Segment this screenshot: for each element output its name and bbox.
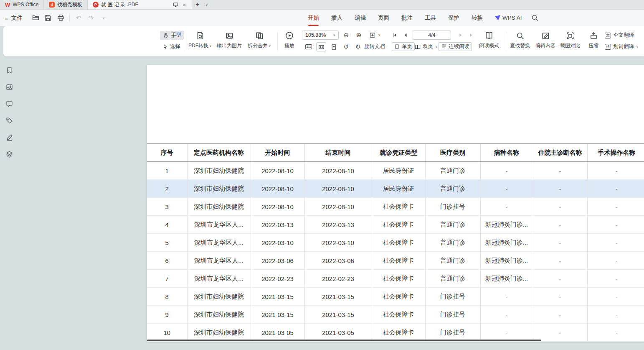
column-header: 定点医药机构名称	[187, 144, 251, 162]
screenshot-compare-icon	[566, 30, 574, 41]
table-cell: -	[533, 198, 587, 216]
redo-icon[interactable]: ↷	[87, 14, 95, 22]
next-page-icon[interactable]	[456, 31, 465, 40]
read-mode-button[interactable]: 阅读模式	[476, 29, 502, 53]
hand-tool-button[interactable]: 手型	[160, 31, 184, 40]
select-tool-button[interactable]: 选择	[162, 42, 180, 51]
pdf-file-icon: P	[93, 2, 99, 8]
table-cell: 4	[147, 216, 187, 234]
table-cell: 深圳市妇幼保健院	[187, 198, 251, 216]
open-in-window-icon[interactable]	[172, 1, 179, 8]
table-cell: -	[533, 180, 587, 198]
table-cell: 5	[147, 234, 187, 252]
tab-list-chevron-icon[interactable]: ∨	[203, 3, 210, 7]
screenshot-compare-button[interactable]: 截图对比	[558, 29, 583, 53]
compress-button[interactable]: 压缩	[584, 29, 603, 53]
single-page-button[interactable]: 单页	[392, 42, 415, 51]
menu-tab-page[interactable]: 页面	[378, 14, 389, 22]
table-cell: 新冠肺炎门诊...	[480, 270, 533, 288]
tab-label: 就 医 记 录 .PDF	[101, 1, 138, 8]
thumbnail-icon[interactable]	[5, 83, 13, 91]
export-as-image-button[interactable]: 输出为图片	[214, 29, 244, 53]
actual-size-button[interactable]: 1:1	[304, 42, 313, 51]
zoom-level-dropdown[interactable]: 105.88% ∨	[302, 31, 339, 40]
layers-icon[interactable]	[5, 150, 13, 158]
comment-icon[interactable]	[5, 100, 13, 108]
fit-page-button[interactable]	[329, 42, 338, 51]
table-cell: 门诊挂号	[425, 288, 480, 306]
page-number-input[interactable]: 4/4	[413, 31, 451, 40]
column-header: 开始时间	[251, 144, 304, 162]
undo-icon[interactable]: ↶	[75, 14, 82, 22]
menu-tab-home[interactable]: 开始	[308, 14, 319, 22]
table-cell: 2022-03-13	[251, 216, 304, 234]
table-cell: -	[533, 270, 587, 288]
double-page-label: 双页	[423, 43, 433, 50]
new-tab-button[interactable]: +	[192, 1, 203, 8]
bookmark-icon[interactable]	[5, 66, 13, 74]
table-row: 10深圳市妇幼保健院2021-03-052021-03-05社会保障卡门诊挂号-…	[147, 324, 644, 342]
pdf-convert-button[interactable]: PDF转换∨	[186, 29, 214, 53]
menu-bar: ≡ 文件 ↶ ↷ ∨ 开始 插入 编辑 页面 批注 工具 保护 转换 WPS A…	[0, 10, 644, 26]
menu-tab-tools[interactable]: 工具	[425, 14, 436, 22]
fit-window-dropdown[interactable]: ∨	[369, 31, 380, 39]
first-page-icon[interactable]	[390, 31, 399, 40]
signature-icon[interactable]	[5, 133, 13, 141]
menu-tab-wps-ai[interactable]: WPS AI	[495, 15, 522, 21]
horizontal-scrollbar[interactable]	[147, 340, 541, 341]
column-header: 手术操作名称	[587, 144, 644, 162]
chevron-down-icon: ∨	[636, 45, 639, 49]
fit-width-button[interactable]	[316, 42, 326, 51]
split-merge-button[interactable]: 拆分合并∨	[245, 29, 274, 53]
zoom-in-icon[interactable]: ⊕	[354, 31, 363, 40]
last-page-icon[interactable]	[467, 31, 476, 40]
continuous-read-button[interactable]: 连续阅读	[439, 42, 472, 51]
tab-label: 找稻壳模板	[57, 1, 82, 8]
export-image-label: 输出为图片	[217, 42, 242, 49]
menu-tab-comment[interactable]: 批注	[401, 14, 413, 22]
quickbar-chevron-icon[interactable]: ∨	[100, 14, 107, 22]
table-cell: 新冠肺炎门诊...	[480, 216, 533, 234]
menu-tab-insert[interactable]: 插入	[331, 14, 342, 22]
tab-document[interactable]: P 就 医 记 录 .PDF ×	[88, 0, 192, 9]
table-cell: 2022-03-06	[251, 252, 304, 270]
menu-tab-protect[interactable]: 保护	[448, 14, 459, 22]
wps-logo-icon: W	[5, 2, 10, 8]
table-cell: 社会保障卡	[372, 324, 425, 342]
rotate-document-button[interactable]: 旋转文档	[364, 42, 385, 51]
tab-wps-office[interactable]: W WPS Office	[0, 0, 44, 9]
tab-close-icon[interactable]: ×	[182, 2, 187, 8]
table-cell: 社会保障卡	[372, 306, 425, 324]
full-translation-button[interactable]: 文 全文翻译	[605, 31, 634, 40]
table-cell: 2021-03-15	[304, 288, 372, 306]
zoom-out-icon[interactable]: ⊖	[342, 31, 351, 40]
continuous-read-icon	[441, 44, 446, 49]
play-button[interactable]: 播放	[279, 29, 299, 53]
window-tab-bar: W WPS Office d 找稻壳模板 P 就 医 记 录 .PDF × + …	[0, 0, 644, 10]
rotate-right-icon[interactable]: ↻	[353, 42, 363, 51]
double-page-button[interactable]: 双页 ∨	[415, 42, 438, 51]
tab-docer-templates[interactable]: d 找稻壳模板	[44, 0, 88, 9]
save-icon[interactable]	[44, 14, 52, 22]
file-menu-button[interactable]: ≡ 文件	[5, 10, 23, 26]
chevron-down-icon: ∨	[269, 44, 271, 48]
table-cell: 3	[147, 198, 187, 216]
rotate-left-icon[interactable]: ↺	[342, 42, 351, 51]
previous-page-icon[interactable]	[401, 31, 410, 40]
edit-content-icon	[542, 30, 550, 41]
menu-tab-convert[interactable]: 转换	[472, 14, 483, 22]
print-icon[interactable]	[57, 14, 64, 22]
table-cell: -	[587, 324, 644, 342]
search-icon[interactable]	[531, 14, 539, 22]
table-cell: 2022-08-10	[304, 198, 372, 216]
edit-content-button[interactable]: 编辑内容	[533, 29, 558, 53]
table-row: 4深圳市龙华区人...2022-03-132022-03-13社会保障卡普通门诊…	[147, 216, 644, 234]
compress-label: 压缩	[588, 42, 598, 49]
tag-icon[interactable]	[5, 116, 13, 125]
find-replace-button[interactable]: 查找替换	[507, 29, 532, 53]
document-page[interactable]: 序号定点医药机构名称开始时间结束时间就诊凭证类型医疗类别病种名称住院主诊断名称手…	[147, 65, 644, 342]
menu-tab-edit[interactable]: 编辑	[355, 14, 366, 22]
word-translation-button[interactable]: 译 划词翻译 ∨	[605, 42, 639, 51]
table-cell: 居民身份证	[372, 162, 425, 180]
open-file-icon[interactable]	[32, 14, 39, 22]
